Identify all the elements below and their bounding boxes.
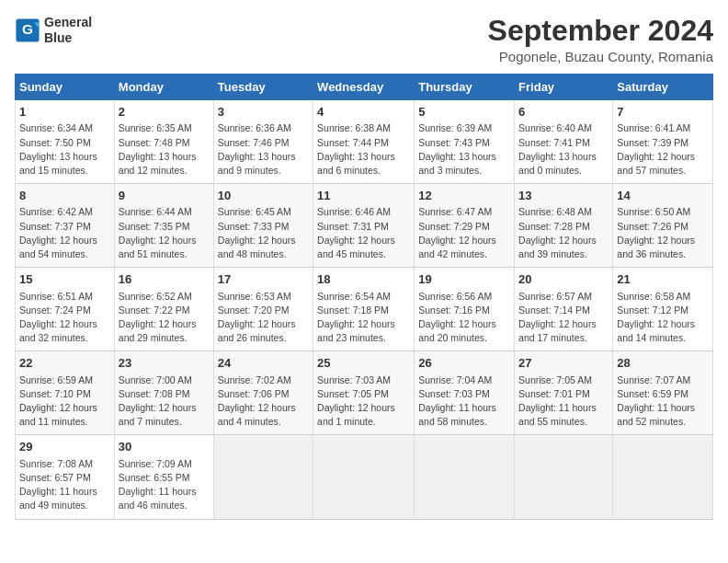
day-number: 11 <box>317 188 410 204</box>
day-info: Sunrise: 6:57 AMSunset: 7:14 PMDaylight:… <box>518 290 609 346</box>
day-cell: 18Sunrise: 6:54 AMSunset: 7:18 PMDayligh… <box>313 268 415 351</box>
day-info: Sunrise: 6:40 AMSunset: 7:41 PMDaylight:… <box>518 121 609 178</box>
day-info: Sunrise: 6:44 AMSunset: 7:35 PMDaylight:… <box>119 205 210 261</box>
header-cell-saturday: Saturday <box>613 75 713 100</box>
header-cell-monday: Monday <box>114 75 213 100</box>
day-info: Sunrise: 6:58 AMSunset: 7:12 PMDaylight:… <box>617 290 709 346</box>
day-info: Sunrise: 7:07 AMSunset: 6:59 PMDaylight:… <box>617 373 709 430</box>
day-number: 17 <box>218 271 309 288</box>
calendar-title: September 2024 <box>488 15 713 47</box>
day-number: 2 <box>119 104 210 121</box>
day-cell: 13Sunrise: 6:48 AMSunset: 7:28 PMDayligh… <box>515 184 613 268</box>
day-number: 22 <box>19 355 110 372</box>
week-row-4: 22Sunrise: 6:59 AMSunset: 7:10 PMDayligh… <box>16 351 713 435</box>
day-cell: 15Sunrise: 6:51 AMSunset: 7:24 PMDayligh… <box>16 268 115 351</box>
day-number: 10 <box>218 188 309 204</box>
logo-icon: G <box>15 17 40 43</box>
day-cell: 17Sunrise: 6:53 AMSunset: 7:20 PMDayligh… <box>213 268 313 351</box>
day-cell: 26Sunrise: 7:04 AMSunset: 7:03 PMDayligh… <box>415 351 515 435</box>
day-number: 27 <box>518 355 609 372</box>
day-cell: 27Sunrise: 7:05 AMSunset: 7:01 PMDayligh… <box>515 351 613 435</box>
day-cell: 28Sunrise: 7:07 AMSunset: 6:59 PMDayligh… <box>613 351 713 435</box>
header-cell-sunday: Sunday <box>16 75 115 100</box>
logo: G General Blue <box>15 15 92 46</box>
day-cell: 11Sunrise: 6:46 AMSunset: 7:31 PMDayligh… <box>313 184 415 268</box>
week-row-3: 15Sunrise: 6:51 AMSunset: 7:24 PMDayligh… <box>16 268 713 351</box>
header-cell-tuesday: Tuesday <box>213 75 313 100</box>
day-number: 29 <box>19 439 110 455</box>
day-cell: 5Sunrise: 6:39 AMSunset: 7:43 PMDaylight… <box>415 100 515 184</box>
day-info: Sunrise: 6:54 AMSunset: 7:18 PMDaylight:… <box>317 290 410 346</box>
day-cell: 20Sunrise: 6:57 AMSunset: 7:14 PMDayligh… <box>515 268 613 351</box>
day-cell <box>515 435 613 519</box>
day-number: 24 <box>218 355 309 372</box>
day-cell: 22Sunrise: 6:59 AMSunset: 7:10 PMDayligh… <box>16 351 115 435</box>
day-info: Sunrise: 6:36 AMSunset: 7:46 PMDaylight:… <box>218 121 309 178</box>
logo-text: General Blue <box>44 15 92 46</box>
day-number: 8 <box>19 188 110 204</box>
day-number: 13 <box>518 188 609 204</box>
week-row-1: 1Sunrise: 6:34 AMSunset: 7:50 PMDaylight… <box>16 100 713 184</box>
day-info: Sunrise: 7:08 AMSunset: 6:57 PMDaylight:… <box>19 457 110 513</box>
day-info: Sunrise: 6:38 AMSunset: 7:44 PMDaylight:… <box>317 121 410 178</box>
day-number: 30 <box>119 439 210 455</box>
day-number: 28 <box>617 355 709 372</box>
day-cell: 25Sunrise: 7:03 AMSunset: 7:05 PMDayligh… <box>313 351 415 435</box>
day-number: 26 <box>418 355 510 372</box>
day-cell: 4Sunrise: 6:38 AMSunset: 7:44 PMDaylight… <box>313 100 415 184</box>
day-info: Sunrise: 6:56 AMSunset: 7:16 PMDaylight:… <box>418 290 510 346</box>
week-row-2: 8Sunrise: 6:42 AMSunset: 7:37 PMDaylight… <box>16 184 713 268</box>
title-block: September 2024 Pogonele, Buzau County, R… <box>488 15 713 64</box>
day-number: 14 <box>617 188 709 204</box>
day-number: 15 <box>19 271 110 288</box>
day-info: Sunrise: 6:48 AMSunset: 7:28 PMDaylight:… <box>518 205 609 261</box>
header-cell-thursday: Thursday <box>415 75 515 100</box>
day-info: Sunrise: 7:05 AMSunset: 7:01 PMDaylight:… <box>518 373 609 430</box>
day-info: Sunrise: 6:47 AMSunset: 7:29 PMDaylight:… <box>418 205 510 261</box>
day-cell: 6Sunrise: 6:40 AMSunset: 7:41 PMDaylight… <box>515 100 613 184</box>
day-number: 20 <box>518 271 609 288</box>
day-cell: 23Sunrise: 7:00 AMSunset: 7:08 PMDayligh… <box>114 351 213 435</box>
day-cell <box>415 435 515 519</box>
header-row: SundayMondayTuesdayWednesdayThursdayFrid… <box>16 75 713 100</box>
header-cell-wednesday: Wednesday <box>313 75 415 100</box>
day-cell: 8Sunrise: 6:42 AMSunset: 7:37 PMDaylight… <box>16 184 115 268</box>
day-cell <box>213 435 313 519</box>
day-info: Sunrise: 7:09 AMSunset: 6:55 PMDaylight:… <box>119 457 210 513</box>
day-number: 5 <box>418 104 510 121</box>
day-number: 9 <box>119 188 210 204</box>
day-cell: 12Sunrise: 6:47 AMSunset: 7:29 PMDayligh… <box>415 184 515 268</box>
week-row-5: 29Sunrise: 7:08 AMSunset: 6:57 PMDayligh… <box>16 435 713 519</box>
day-number: 4 <box>317 104 410 121</box>
calendar-subtitle: Pogonele, Buzau County, Romania <box>488 49 713 64</box>
day-info: Sunrise: 7:03 AMSunset: 7:05 PMDaylight:… <box>317 373 410 430</box>
day-cell: 1Sunrise: 6:34 AMSunset: 7:50 PMDaylight… <box>16 100 115 184</box>
day-number: 19 <box>418 271 510 288</box>
day-number: 21 <box>617 271 709 288</box>
day-cell: 3Sunrise: 6:36 AMSunset: 7:46 PMDaylight… <box>213 100 313 184</box>
day-cell: 30Sunrise: 7:09 AMSunset: 6:55 PMDayligh… <box>114 435 213 519</box>
day-number: 16 <box>119 271 210 288</box>
day-info: Sunrise: 6:46 AMSunset: 7:31 PMDaylight:… <box>317 205 410 261</box>
day-info: Sunrise: 6:34 AMSunset: 7:50 PMDaylight:… <box>19 121 110 178</box>
day-info: Sunrise: 6:59 AMSunset: 7:10 PMDaylight:… <box>19 373 110 430</box>
day-cell: 14Sunrise: 6:50 AMSunset: 7:26 PMDayligh… <box>613 184 713 268</box>
day-number: 6 <box>518 104 609 121</box>
day-info: Sunrise: 6:51 AMSunset: 7:24 PMDaylight:… <box>19 290 110 346</box>
day-cell: 10Sunrise: 6:45 AMSunset: 7:33 PMDayligh… <box>213 184 313 268</box>
day-cell: 19Sunrise: 6:56 AMSunset: 7:16 PMDayligh… <box>415 268 515 351</box>
day-number: 3 <box>218 104 309 121</box>
day-info: Sunrise: 6:35 AMSunset: 7:48 PMDaylight:… <box>119 121 210 178</box>
calendar-header: SundayMondayTuesdayWednesdayThursdayFrid… <box>16 75 713 100</box>
day-number: 23 <box>119 355 210 372</box>
day-info: Sunrise: 7:04 AMSunset: 7:03 PMDaylight:… <box>418 373 510 430</box>
day-info: Sunrise: 6:52 AMSunset: 7:22 PMDaylight:… <box>119 290 210 346</box>
day-cell <box>613 435 713 519</box>
day-info: Sunrise: 6:53 AMSunset: 7:20 PMDaylight:… <box>218 290 309 346</box>
day-info: Sunrise: 7:00 AMSunset: 7:08 PMDaylight:… <box>119 373 210 430</box>
day-number: 12 <box>418 188 510 204</box>
day-cell: 29Sunrise: 7:08 AMSunset: 6:57 PMDayligh… <box>16 435 115 519</box>
calendar-table: SundayMondayTuesdayWednesdayThursdayFrid… <box>15 74 713 519</box>
day-cell: 7Sunrise: 6:41 AMSunset: 7:39 PMDaylight… <box>613 100 713 184</box>
day-cell: 16Sunrise: 6:52 AMSunset: 7:22 PMDayligh… <box>114 268 213 351</box>
